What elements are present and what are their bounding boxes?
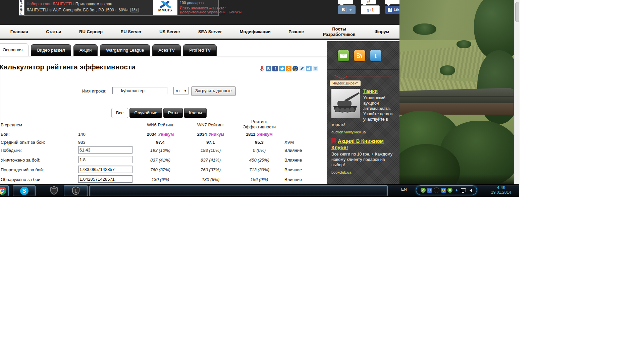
nav-item-sea-server[interactable]: SEA Server xyxy=(198,29,222,34)
wn6-rating: 2034Уникум xyxy=(139,132,182,137)
taskbar-skype-button[interactable]: S xyxy=(13,185,36,196)
yandex-person-icon[interactable] xyxy=(259,66,265,71)
influence-link[interactable]: Влияние xyxy=(284,167,315,172)
wn7-rank: Уникум xyxy=(209,132,224,137)
chrome-icon xyxy=(0,187,6,195)
ad-bookclub-url[interactable]: bookclub.ua xyxy=(331,169,396,174)
filter-clans[interactable]: Кланы xyxy=(184,108,207,118)
ad-tanks-url[interactable]: auction.violity.kiev.ua xyxy=(331,129,396,134)
clan-ad-headline-rest: Приглашаем в клан xyxy=(75,2,112,6)
twitter-icon[interactable]: t xyxy=(370,50,381,61)
top-ad-banner: Яндекс.Ди Набор в клан ЛАНГУСТЫ Приглаша… xyxy=(0,0,399,25)
tab-wargaming-league[interactable]: Wargaming League xyxy=(100,44,150,56)
sep-dot: · xyxy=(225,5,226,9)
vk-share-icon[interactable]: В xyxy=(266,66,271,71)
liveinternet-share-icon[interactable] xyxy=(306,66,312,71)
network-monitor-icon[interactable] xyxy=(461,188,466,192)
livejournal-pencil-icon[interactable] xyxy=(299,66,305,71)
antivirus-tray-icon[interactable]: ✓ xyxy=(421,188,426,193)
tab-video[interactable]: Видео раздел xyxy=(31,44,71,56)
region-select[interactable]: ru ▼ xyxy=(173,87,189,95)
mmcis-logo-text: MMCIS xyxy=(153,8,177,12)
age-badge: 18+ xyxy=(130,8,139,12)
nav-item-dev-posts[interactable]: Посты Разработчиков xyxy=(322,26,357,37)
mmcis-logo[interactable]: MMCIS xyxy=(153,0,177,15)
nav-item-ru-server[interactable]: RU Сервер xyxy=(79,29,103,34)
influence-link[interactable]: Влияние xyxy=(284,148,315,153)
damage-input[interactable] xyxy=(78,166,132,173)
envelope-icon xyxy=(340,54,347,58)
wot-shield-icon xyxy=(50,186,58,195)
share-icons-row: В f @ ✽ xyxy=(259,66,318,71)
filter-random[interactable]: Случайные xyxy=(129,108,162,118)
page-title: Калькулятор рейтинга эффективности xyxy=(0,63,136,71)
mmcis-ad-text: 100 долларов. Инвестирование для всех · … xyxy=(180,0,241,14)
language-indicator[interactable]: EN xyxy=(401,187,407,192)
vk-like-button[interactable]: В♥ xyxy=(338,5,356,14)
rss-icon[interactable] xyxy=(354,50,365,61)
mmcis-link-bonus[interactable]: Бонусы xyxy=(229,10,241,14)
mmcis-link-trust[interactable]: Доверительное управлени xyxy=(180,10,225,14)
ad-tanks-title-link[interactable]: Танки xyxy=(363,88,378,94)
nav-item-forum[interactable]: Форум xyxy=(375,29,389,34)
wins-percent-input[interactable] xyxy=(78,146,132,154)
nav-item-eu-server[interactable]: EU Server xyxy=(121,29,142,34)
nav-item-us-server[interactable]: US Server xyxy=(159,29,180,34)
taskbar-clock[interactable]: 4:49 19.01.2014 xyxy=(486,185,517,195)
scrollbar-thumb[interactable] xyxy=(515,2,519,22)
banner-ad-box: Набор в клан ЛАНГУСТЫ Приглашаем в клан … xyxy=(24,0,219,16)
tab-prored-tv[interactable]: ProRed TV xyxy=(183,44,217,56)
bookmark-icon xyxy=(331,138,336,143)
nav-item-home[interactable]: Главная xyxy=(10,29,28,34)
wn6-value: 837 (41%) xyxy=(139,158,182,163)
tab-aces-tv[interactable]: Aces TV xyxy=(152,44,181,56)
browser-scrollbar[interactable] xyxy=(514,0,520,184)
odnoklassniki-share-icon[interactable] xyxy=(286,66,291,71)
ad-bookclub-title-link[interactable]: Акция! В Книжном Клубе! xyxy=(331,138,384,150)
nav-item-mods[interactable]: Модификации xyxy=(240,29,271,34)
search-app-tray-icon[interactable]: Q xyxy=(441,188,446,193)
wn7-value: 130 (6%) xyxy=(189,177,232,182)
taskbar-window-button[interactable] xyxy=(89,185,388,196)
mail-subscribe-icon[interactable] xyxy=(338,50,349,61)
tab-promos[interactable]: Акции xyxy=(73,44,98,56)
influence-link[interactable]: Влияние xyxy=(284,158,315,163)
taskbar-wot-window-button[interactable] xyxy=(64,185,88,196)
mmcis-link-invest[interactable]: Инвестирование для всех xyxy=(180,5,224,9)
taskbar-wot-icon[interactable] xyxy=(47,185,61,195)
player-name-input[interactable] xyxy=(112,87,167,94)
taskbar-chrome-button[interactable] xyxy=(0,185,9,196)
re-rank: Уникум xyxy=(257,132,273,137)
main-navigation: Главная Статьи RU Сервер EU Server US Se… xyxy=(0,25,399,40)
system-tray[interactable]: ✓ C Q u ✦ xyxy=(416,185,477,195)
network-status-tray-icon[interactable]: ✦ xyxy=(454,188,459,193)
frags-input[interactable] xyxy=(78,156,132,163)
ad-tanks: Танки Украинский аукцион антиквариата. У… xyxy=(331,88,396,134)
load-data-button[interactable]: Загрузить данные xyxy=(191,86,236,96)
re-rating: 1811Уникум xyxy=(237,132,281,137)
tank-photo[interactable] xyxy=(331,89,360,118)
wn7-value: 760 (37%) xyxy=(189,167,232,172)
utorrent-tray-icon[interactable]: u xyxy=(447,188,452,193)
nav-item-articles[interactable]: Статьи xyxy=(46,29,61,34)
share-flower-icon[interactable]: ✽ xyxy=(313,66,318,71)
filter-all[interactable]: Все xyxy=(111,108,128,118)
heart-icon: ♥ xyxy=(346,7,352,12)
filter-companies[interactable]: Роты xyxy=(163,108,183,118)
bush xyxy=(413,23,436,35)
yandex-direct-tag[interactable]: Яндекс.Директ xyxy=(330,80,361,86)
mailru-share-icon[interactable]: @ xyxy=(292,66,298,71)
volume-icon[interactable] xyxy=(468,189,472,192)
comodo-tray-icon[interactable]: C xyxy=(427,188,432,193)
clan-ad-headline-link[interactable]: Набор в клан ЛАНГУСТЫ xyxy=(26,2,74,6)
dark-app-tray-icon[interactable] xyxy=(434,187,439,193)
tab-main[interactable]: Основная xyxy=(0,43,29,56)
nav-item-misc[interactable]: Разное xyxy=(288,29,304,34)
yandex-direct-vertical-label: Яндекс.Ди xyxy=(19,0,24,15)
gplus-button[interactable]: g+1 xyxy=(361,5,380,14)
facebook-share-icon[interactable]: f xyxy=(272,66,278,71)
twitter-share-icon[interactable] xyxy=(279,66,285,71)
game-scenery-background xyxy=(399,0,514,184)
spotted-input[interactable] xyxy=(78,175,132,183)
influence-link[interactable]: Влияние xyxy=(284,177,315,182)
